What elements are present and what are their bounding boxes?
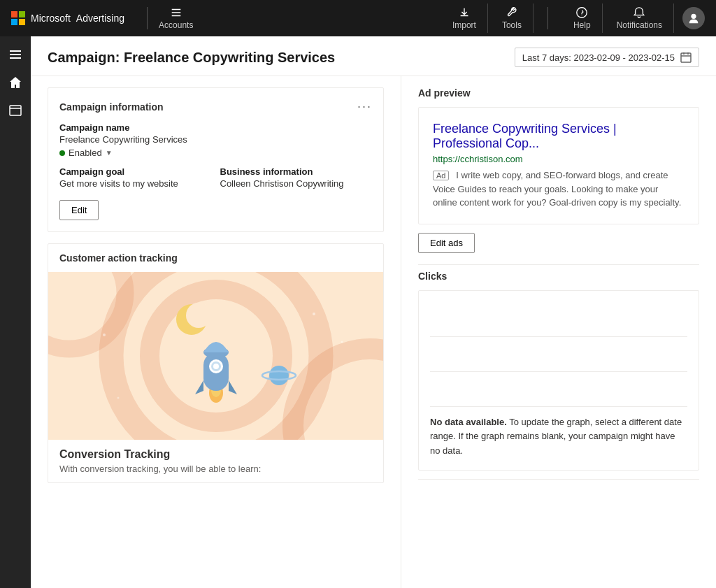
campaign-info-card: Campaign information ··· Campaign name F… bbox=[48, 87, 384, 232]
campaigns-icon bbox=[8, 103, 22, 117]
goal-value: Get more visits to my website bbox=[59, 178, 212, 189]
left-column: Campaign information ··· Campaign name F… bbox=[31, 76, 401, 588]
chart-line-3 bbox=[430, 372, 687, 407]
calendar-icon bbox=[680, 52, 692, 63]
svg-rect-4 bbox=[10, 57, 21, 59]
nav-divider bbox=[147, 7, 148, 29]
accounts-nav[interactable]: Accounts bbox=[159, 6, 193, 30]
svg-point-12 bbox=[186, 303, 211, 328]
ms-squares-icon bbox=[11, 11, 25, 25]
ad-preview-box: Freelance Copywriting Services | Profess… bbox=[418, 107, 699, 224]
chart-line-1 bbox=[430, 302, 687, 337]
help-label: Help bbox=[573, 20, 591, 30]
side-navigation bbox=[0, 36, 31, 588]
campaign-name-label: Campaign name bbox=[59, 122, 372, 133]
status-badge: Enabled ▼ bbox=[59, 148, 113, 158]
no-data-message: No data available. To update the graph, … bbox=[430, 415, 687, 459]
import-icon bbox=[458, 6, 471, 19]
accounts-label: Accounts bbox=[159, 20, 193, 30]
notifications-label: Notifications bbox=[617, 20, 662, 30]
page-title: Campaign: Freelance Copywriting Services bbox=[48, 50, 335, 66]
tools-label: Tools bbox=[502, 20, 522, 30]
sidenav-home[interactable] bbox=[3, 70, 28, 95]
date-range-text: Last 7 days: 2023-02-09 - 2023-02-15 bbox=[522, 52, 675, 63]
topnav-right-actions: Import Tools Help Notifications bbox=[441, 3, 705, 33]
svg-rect-3 bbox=[10, 54, 21, 55]
help-action[interactable]: Help bbox=[562, 3, 603, 33]
ms-product: Advertising bbox=[76, 13, 124, 24]
tracking-title: Customer action tracking bbox=[59, 252, 178, 264]
campaign-name-value: Freelance Copywriting Services bbox=[59, 134, 372, 145]
accounts-icon bbox=[170, 6, 182, 19]
rocket-scene-svg bbox=[48, 272, 383, 440]
svg-point-1 bbox=[691, 14, 696, 19]
svg-point-21 bbox=[213, 364, 219, 369]
ad-title: Freelance Copywriting Services | Profess… bbox=[433, 122, 685, 151]
home-icon bbox=[8, 76, 22, 89]
sidenav-campaigns[interactable] bbox=[3, 98, 28, 123]
card-menu-button[interactable]: ··· bbox=[357, 99, 372, 114]
no-data-strong: No data available. bbox=[430, 417, 507, 427]
svg-point-22 bbox=[103, 334, 106, 336]
ad-preview-title: Ad preview bbox=[418, 87, 699, 99]
ad-url: https://cchristison.com bbox=[433, 154, 685, 164]
ad-description: I write web copy, and SEO-forward blogs,… bbox=[433, 170, 681, 208]
bottom-divider bbox=[418, 479, 699, 480]
nav-divider2 bbox=[547, 7, 548, 29]
svg-point-23 bbox=[313, 313, 315, 315]
svg-point-0 bbox=[577, 8, 587, 17]
svg-point-25 bbox=[117, 397, 120, 399]
ad-label-badge: Ad bbox=[433, 171, 449, 180]
tools-icon bbox=[506, 6, 518, 19]
user-avatar[interactable] bbox=[682, 7, 705, 29]
menu-icon bbox=[8, 48, 22, 62]
ad-preview-section: Ad preview Freelance Copywriting Service… bbox=[418, 87, 699, 253]
main-layout: Campaign: Freelance Copywriting Services… bbox=[0, 36, 716, 588]
content-columns: Campaign information ··· Campaign name F… bbox=[31, 76, 716, 588]
page-header: Campaign: Freelance Copywriting Services… bbox=[31, 36, 716, 76]
sidenav-menu[interactable] bbox=[3, 42, 28, 67]
clicks-section: Clicks No data available. To update the … bbox=[418, 271, 699, 471]
clicks-title: Clicks bbox=[418, 271, 699, 282]
top-navigation: Microsoft Advertising Accounts Import To… bbox=[0, 0, 716, 36]
import-label: Import bbox=[452, 20, 476, 30]
svg-rect-2 bbox=[10, 50, 21, 52]
svg-rect-5 bbox=[10, 106, 21, 115]
ms-logo[interactable]: Microsoft Advertising bbox=[11, 11, 124, 25]
avatar-icon bbox=[687, 12, 700, 24]
edit-ads-button[interactable]: Edit ads bbox=[418, 233, 475, 253]
chart-line-2 bbox=[430, 337, 687, 372]
business-value: Colleen Christison Copywriting bbox=[220, 178, 373, 189]
campaign-info-grid: Campaign goal Get more visits to my webs… bbox=[59, 166, 372, 189]
svg-point-10 bbox=[48, 272, 125, 349]
status-text: Enabled bbox=[69, 148, 102, 158]
date-range-picker[interactable]: Last 7 days: 2023-02-09 - 2023-02-15 bbox=[515, 48, 699, 67]
conversion-description: With conversion tracking, you will be ab… bbox=[59, 464, 372, 474]
goal-label: Campaign goal bbox=[59, 166, 212, 177]
tracking-card-header: Customer action tracking bbox=[48, 244, 383, 272]
chevron-down-icon[interactable]: ▼ bbox=[106, 149, 113, 157]
main-content-area: Campaign: Freelance Copywriting Services… bbox=[31, 36, 716, 588]
help-icon bbox=[575, 6, 588, 19]
campaign-info-title: Campaign information bbox=[59, 101, 164, 113]
clicks-chart: No data available. To update the graph, … bbox=[418, 290, 699, 471]
campaign-info-header: Campaign information ··· bbox=[59, 99, 372, 114]
section-divider bbox=[418, 264, 699, 265]
right-column: Ad preview Freelance Copywriting Service… bbox=[401, 76, 716, 588]
notifications-icon bbox=[633, 6, 645, 19]
ms-brand: Microsoft bbox=[31, 13, 71, 24]
svg-rect-6 bbox=[681, 53, 691, 62]
business-label: Business information bbox=[220, 166, 373, 177]
status-dot-icon bbox=[59, 150, 65, 156]
edit-campaign-button[interactable]: Edit bbox=[59, 200, 99, 220]
tracking-illustration bbox=[48, 272, 383, 440]
customer-tracking-card: Customer action tracking bbox=[48, 243, 384, 483]
svg-point-24 bbox=[341, 341, 343, 343]
conversion-title: Conversion Tracking bbox=[59, 448, 372, 461]
ad-body: Ad I write web copy, and SEO-forward blo… bbox=[433, 168, 685, 210]
conversion-section: Conversion Tracking With conversion trac… bbox=[48, 440, 383, 482]
import-action[interactable]: Import bbox=[441, 3, 488, 33]
notifications-action[interactable]: Notifications bbox=[606, 3, 674, 33]
tools-action[interactable]: Tools bbox=[491, 3, 534, 33]
business-info-field: Business information Colleen Christison … bbox=[220, 166, 373, 189]
